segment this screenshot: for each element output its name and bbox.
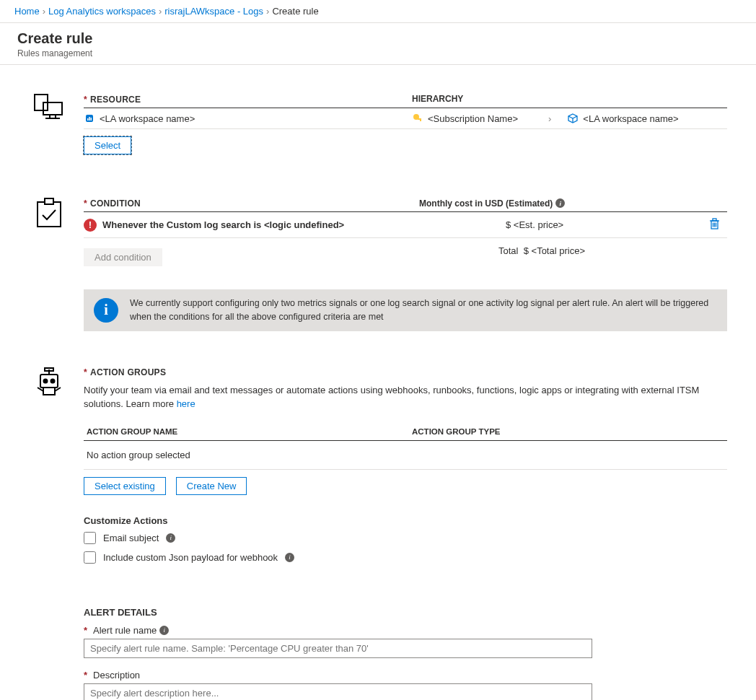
resource-icon (14, 94, 84, 154)
condition-section: *CONDITION Monthly cost in USD (Estimate… (14, 154, 742, 331)
svg-point-22 (51, 379, 55, 382)
hierarchy-title: HIERARCHY (412, 94, 463, 104)
breadcrumb: Home › Log Analytics workspaces › risraj… (0, 0, 756, 23)
condition-icon (14, 198, 84, 331)
price-value: <Est. price> (514, 219, 563, 230)
svg-rect-11 (420, 120, 421, 121)
info-text: We currently support configuring only tw… (130, 297, 717, 324)
workspace-icon (84, 113, 95, 124)
page-subtitle: Rules management (17, 48, 739, 58)
info-icon[interactable]: i (159, 626, 169, 635)
description-input[interactable] (84, 683, 592, 701)
resource-title: *RESOURCE (84, 95, 141, 105)
chevron-right-icon: › (43, 6, 45, 17)
subscription-name: <Subscription Name> (428, 113, 518, 124)
select-resource-button[interactable]: Select (84, 136, 131, 154)
breadcrumb-logs[interactable]: risrajLAWkspace - Logs (164, 6, 263, 17)
learn-more-link[interactable]: here (177, 398, 195, 409)
alert-details-title: ALERT DETAILS (84, 607, 727, 618)
action-group-type-header: ACTION GROUP TYPE (412, 427, 500, 436)
alert-icon: ! (84, 219, 97, 232)
page-title: Create rule (17, 30, 739, 47)
workspace-hierarchy: <LA workspace name> (583, 113, 678, 124)
email-subject-label: Email subject (103, 533, 159, 543)
breadcrumb-current: Create rule (272, 6, 318, 17)
svg-rect-8 (91, 118, 92, 121)
action-groups-title: *ACTION GROUPS (84, 367, 727, 377)
total-label: Total (498, 245, 518, 256)
cost-title: Monthly cost in USD (Estimated) (419, 198, 553, 209)
svg-rect-6 (87, 118, 89, 121)
chevron-right-icon: › (548, 113, 551, 124)
cube-icon (567, 113, 579, 124)
price-prefix: $ (506, 219, 514, 230)
alert-name-input[interactable] (84, 639, 592, 658)
select-existing-button[interactable]: Select existing (84, 477, 166, 495)
delete-icon[interactable] (709, 218, 720, 232)
customize-actions-title: Customize Actions (84, 515, 727, 526)
svg-point-21 (44, 379, 48, 382)
action-description: Notify your team via email and text mess… (84, 383, 727, 411)
json-payload-checkbox[interactable] (84, 551, 96, 564)
info-icon[interactable]: i (555, 198, 565, 208)
action-group-name-header: ACTION GROUP NAME (84, 427, 412, 436)
description-label: * Description (84, 670, 727, 681)
svg-rect-27 (43, 388, 55, 395)
json-payload-row[interactable]: Include custom Json payload for webhook … (84, 551, 727, 564)
resource-name: <LA workspace name> (100, 113, 195, 124)
chevron-right-icon: › (159, 6, 162, 17)
breadcrumb-home[interactable]: Home (14, 6, 40, 17)
info-bar: i We currently support configuring only … (84, 289, 727, 331)
svg-rect-13 (45, 198, 53, 204)
add-condition-button: Add condition (84, 248, 162, 266)
page-header: Create rule Rules management (0, 23, 756, 65)
key-icon (412, 113, 423, 124)
robot-icon (14, 367, 84, 701)
create-new-button[interactable]: Create New (176, 477, 247, 495)
condition-rule-text[interactable]: Whenever the Custom log search is <logic… (102, 219, 344, 230)
chevron-right-icon: › (266, 6, 269, 17)
condition-title: *CONDITION (84, 198, 141, 209)
breadcrumb-workspaces[interactable]: Log Analytics workspaces (48, 6, 156, 17)
total-prefix: $ (524, 245, 532, 256)
action-groups-section: *ACTION GROUPS Notify your team via emai… (14, 331, 742, 701)
info-icon: i (94, 298, 118, 323)
svg-rect-19 (713, 219, 716, 221)
alert-name-label: * Alert rule name i (84, 625, 727, 636)
email-subject-checkbox[interactable] (84, 532, 96, 544)
svg-rect-12 (38, 202, 61, 227)
svg-rect-10 (418, 118, 421, 120)
svg-rect-1 (43, 102, 62, 115)
json-payload-label: Include custom Json payload for webhook (103, 552, 278, 563)
info-icon[interactable]: i (166, 533, 175, 543)
email-subject-row[interactable]: Email subject i (84, 532, 727, 544)
info-icon[interactable]: i (285, 553, 294, 562)
total-value: <Total price> (532, 245, 585, 256)
svg-rect-7 (89, 117, 90, 121)
action-group-empty: No action group selected (84, 441, 727, 470)
resource-section: *RESOURCE HIERARCHY <LA workspace name> (14, 65, 742, 154)
